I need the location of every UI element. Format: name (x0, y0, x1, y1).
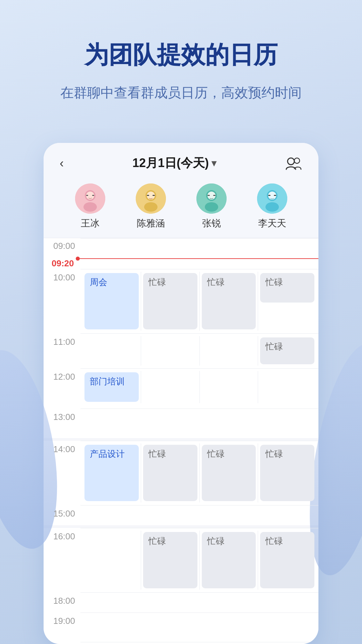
svg-point-10 (144, 202, 158, 212)
event-mang-chen-3[interactable]: 忙碌 (143, 532, 197, 588)
event-mang-li-bot[interactable]: 忙碌 (260, 337, 314, 364)
event-mang-li-top[interactable]: 忙碌 (260, 273, 314, 303)
avatar-wang (75, 183, 105, 214)
events-1200: 部门培训 (80, 368, 318, 406)
time-label-1300: 13:00 (44, 409, 80, 422)
col-event-mang-4b[interactable]: 忙碌 (258, 336, 316, 366)
event-mang-chen[interactable]: 忙碌 (143, 273, 197, 329)
svg-rect-13 (153, 195, 155, 196)
col-empty-2b (141, 371, 199, 403)
col-event-mang-3a[interactable]: 忙碌 (200, 272, 258, 331)
event-mang-chen-2[interactable]: 忙碌 (143, 445, 197, 501)
events-1000: 周会 忙碌 忙碌 (80, 269, 318, 333)
person-name-wang: 王冰 (81, 217, 100, 230)
event-product-design[interactable]: 产品设计 (84, 445, 139, 501)
svg-rect-24 (268, 195, 270, 196)
svg-rect-12 (147, 195, 149, 196)
svg-point-1 (294, 158, 300, 163)
events-1800 (80, 592, 318, 596)
time-label-1100: 11:00 (44, 333, 80, 347)
avatar-zhang (196, 183, 227, 214)
col-event-bupei[interactable]: 部门培训 (82, 371, 141, 403)
back-button[interactable]: ‹ (60, 156, 64, 170)
events-1900 (80, 612, 318, 616)
col-event-mang-4d[interactable]: 忙碌 (258, 531, 316, 590)
time-row-1600: 16:00 忙碌 忙碌 (44, 528, 318, 592)
svg-point-0 (288, 158, 294, 165)
event-bupei[interactable]: 部门培训 (84, 372, 139, 402)
col-empty-4b (258, 371, 316, 403)
person-name-li: 李天天 (258, 217, 286, 230)
date-title[interactable]: 12月1日(今天) ▾ (132, 155, 216, 171)
event-mang-li-2[interactable]: 忙碌 (260, 445, 314, 501)
events-1600: 忙碌 忙碌 忙碌 (80, 528, 318, 592)
events-2000 (80, 642, 318, 644)
time-row-current: 09:20 (44, 258, 318, 269)
col-event-product[interactable]: 产品设计 (82, 443, 141, 502)
time-row-1900: 19:00 (44, 612, 318, 642)
hero-section: 为团队提效的日历 在群聊中查看群成员日历，高效预约时间 (0, 0, 362, 123)
avatar-li (257, 183, 287, 214)
group-people-button[interactable] (285, 156, 302, 171)
person-li[interactable]: 李天天 (242, 183, 302, 230)
date-dropdown-arrow: ▾ (212, 158, 216, 169)
person-zhang[interactable]: 张锐 (181, 183, 242, 230)
col-event-mang-4a[interactable]: 忙碌 (258, 272, 316, 331)
person-name-chen: 陈雅涵 (137, 217, 165, 230)
events-1500 (80, 505, 318, 509)
col-event-mang-3c[interactable]: 忙碌 (200, 443, 258, 502)
col-event-mang-2a[interactable]: 忙碌 (141, 272, 199, 331)
col-event-mang-4c[interactable]: 忙碌 (258, 443, 316, 502)
person-chen[interactable]: 陈雅涵 (120, 183, 181, 230)
time-label-0900: 09:00 (44, 238, 80, 251)
time-label-2000: 20:00 (44, 642, 80, 644)
date-label: 12月1日(今天) (132, 155, 209, 171)
event-mang-zhang-2[interactable]: 忙碌 (202, 445, 256, 501)
svg-point-16 (205, 202, 218, 212)
time-row-1400: 14:00 产品设计 忙碌 (44, 441, 318, 505)
time-row-2000: 20:00 (44, 642, 318, 644)
col-event-mang-2c[interactable]: 忙碌 (141, 443, 199, 502)
calendar-header: ‹ 12月1日(今天) ▾ (44, 143, 318, 179)
calendar-grid: 09:00 09:20 10:00 周会 (44, 238, 318, 644)
time-label-1200: 12:00 (44, 368, 80, 382)
event-mang-zhang[interactable]: 忙碌 (202, 273, 256, 329)
col-event-zhouhui[interactable]: 周会 (82, 272, 141, 331)
svg-rect-19 (213, 195, 216, 196)
col-event-mang-3d[interactable]: 忙碌 (200, 531, 258, 590)
hero-title: 为团队提效的日历 (20, 40, 342, 69)
person-wang[interactable]: 王冰 (60, 183, 120, 230)
col-event-mang-2d[interactable]: 忙碌 (141, 531, 199, 590)
time-label-1900: 19:00 (44, 612, 80, 626)
time-row-1500: 15:00 (44, 505, 318, 525)
events-1300 (80, 409, 318, 413)
col-empty-1 (82, 336, 141, 366)
time-row-1300: 13:00 (44, 409, 318, 438)
time-label-1000: 10:00 (44, 269, 80, 283)
events-1100: 忙碌 (80, 333, 318, 368)
events-1400: 产品设计 忙碌 忙碌 (80, 441, 318, 505)
svg-rect-18 (207, 195, 210, 196)
col-empty-2 (141, 336, 199, 366)
col-empty-1d (82, 531, 141, 590)
avatar-chen (136, 183, 166, 214)
time-row-1100: 11:00 忙碌 (44, 333, 318, 368)
time-label-1800: 18:00 (44, 592, 80, 606)
person-name-zhang: 张锐 (202, 217, 221, 230)
time-label-1400: 14:00 (44, 441, 80, 454)
time-row-1200: 12:00 部门培训 (44, 368, 318, 409)
time-label-1600: 16:00 (44, 528, 80, 542)
event-zhouhui[interactable]: 周会 (84, 273, 139, 329)
col-empty-3 (200, 336, 258, 366)
svg-rect-6 (86, 195, 88, 196)
event-mang-zhang-3[interactable]: 忙碌 (202, 532, 256, 588)
time-label-1500: 15:00 (44, 505, 80, 519)
svg-point-4 (83, 202, 97, 212)
people-row: 王冰 陈雅涵 (44, 179, 318, 238)
events-0900 (80, 238, 318, 242)
svg-rect-25 (274, 195, 276, 196)
current-time-label: 09:20 (44, 258, 80, 269)
time-row-1800: 18:00 (44, 592, 318, 612)
svg-rect-7 (92, 195, 94, 196)
event-mang-li-3[interactable]: 忙碌 (260, 532, 314, 588)
